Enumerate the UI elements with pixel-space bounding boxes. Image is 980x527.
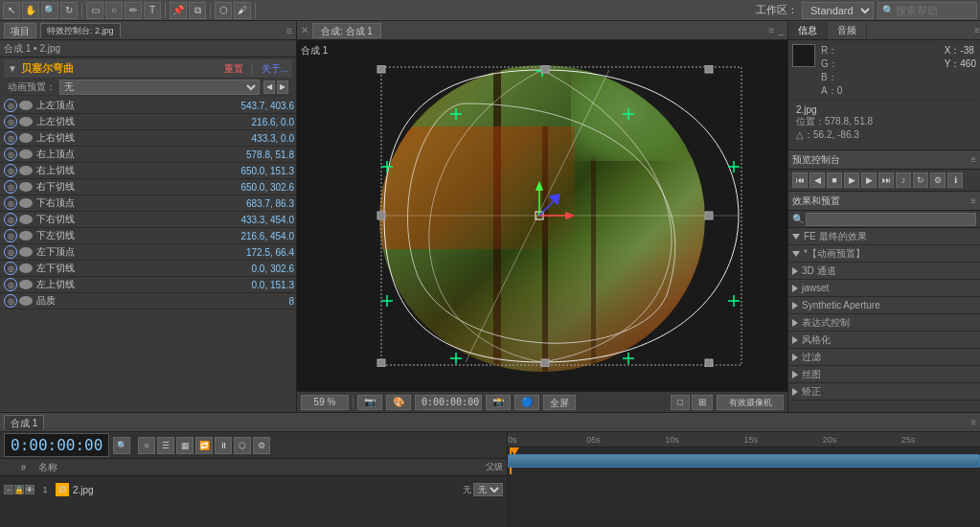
prop-stopwatch-icon[interactable]: ◎ — [4, 164, 17, 177]
panel-menu-icon[interactable]: ≡ — [286, 25, 292, 36]
camera-select-btn[interactable]: 有效摄像机 — [717, 395, 784, 410]
prop-eye-icon[interactable] — [19, 280, 33, 289]
time-display-footer[interactable]: 0:00:00:00 — [415, 395, 482, 410]
toolbar-ellipse-icon[interactable]: ○ — [105, 2, 123, 19]
property-row[interactable]: ◎ 左下顶点 172.5, 66.4 — [0, 244, 296, 261]
toolbar-zoom-icon[interactable]: 🔍 — [41, 2, 58, 19]
zoom-select[interactable]: 59 % — [301, 395, 349, 410]
preview-menu-btn[interactable]: ≡ — [970, 154, 976, 165]
effect-item[interactable]: 过滤 — [788, 349, 980, 366]
prop-stopwatch-icon[interactable]: ◎ — [4, 213, 17, 226]
anim-preset-select[interactable]: 无 — [59, 80, 260, 95]
prop-stopwatch-icon[interactable]: ◎ — [4, 131, 17, 145]
prop-stopwatch-icon[interactable]: ◎ — [4, 99, 17, 112]
track-vis-btn[interactable]: 👁 — [25, 485, 34, 494]
bezier-about-btn[interactable]: 关于... — [262, 62, 288, 76]
effect-item[interactable]: *【动画预置】 — [788, 245, 980, 263]
tab-audio[interactable]: 音频 — [828, 22, 867, 39]
toolbar-rect-icon[interactable]: ▭ — [86, 2, 103, 19]
effect-item[interactable]: 表达式控制 — [788, 314, 980, 332]
effects-menu-btn[interactable]: ≡ — [970, 195, 976, 206]
view-btn[interactable]: □ — [671, 395, 690, 410]
property-row[interactable]: ◎ 左下切线 0.0, 302.6 — [0, 261, 296, 277]
bezier-reset-btn[interactable]: 重置 — [224, 62, 243, 76]
toolbar-roto-icon[interactable]: ⬡ — [215, 2, 232, 19]
anim-next-btn[interactable]: ▶ — [277, 80, 288, 94]
preview-back-frame-btn[interactable]: ◀ — [809, 172, 825, 188]
toolbar-pin-icon[interactable]: 📌 — [170, 2, 187, 19]
prop-eye-icon[interactable] — [19, 117, 33, 126]
prop-eye-icon[interactable] — [19, 198, 33, 208]
preview-settings-btn[interactable]: ⚙ — [930, 172, 946, 188]
search-box[interactable]: 🔍 — [877, 2, 977, 19]
prop-stopwatch-icon[interactable]: ◎ — [4, 148, 17, 161]
comp-menu-icon[interactable]: ≡ — [769, 25, 775, 35]
preview-loop-btn[interactable]: ↻ — [913, 172, 928, 188]
tl-btn5[interactable]: ⏸ — [215, 437, 232, 454]
prop-eye-icon[interactable] — [19, 231, 33, 241]
tl-btn2[interactable]: ☰ — [157, 437, 174, 454]
toolbar-clone-icon[interactable]: ⧉ — [189, 2, 206, 19]
prop-eye-icon[interactable] — [19, 101, 33, 110]
prop-stopwatch-icon[interactable]: ◎ — [4, 196, 17, 210]
prop-stopwatch-icon[interactable]: ◎ — [4, 180, 17, 194]
track-lock-btn[interactable]: 🔒 — [14, 485, 24, 494]
prop-eye-icon[interactable] — [19, 247, 33, 257]
search-input[interactable] — [896, 5, 972, 16]
effect-item[interactable]: FE 最终的效果 — [788, 228, 980, 245]
info-menu-btn[interactable]: ≡ — [974, 25, 980, 35]
grid-btn[interactable]: ⊞ — [692, 395, 713, 410]
timeline-tab[interactable]: 合成 1 — [4, 415, 44, 430]
toolbar-hand-icon[interactable]: ✋ — [22, 2, 39, 19]
timeline-menu-icon[interactable]: ≡ — [970, 417, 976, 427]
property-row[interactable]: ◎ 下右切线 433.3, 454.0 — [0, 212, 296, 228]
prop-eye-icon[interactable] — [19, 215, 33, 224]
prop-eye-icon[interactable] — [19, 166, 33, 175]
effects-search-input[interactable] — [806, 213, 976, 226]
tab-info[interactable]: 信息 — [788, 22, 828, 39]
toolbar-arrow-icon[interactable]: ↖ — [3, 2, 20, 19]
property-row[interactable]: ◎ 上左切线 216.6, 0.0 — [0, 114, 296, 130]
preview-audio-btn[interactable]: ♪ — [896, 172, 911, 188]
toolbar-pen-icon[interactable]: ✏ — [125, 2, 142, 19]
prop-stopwatch-icon[interactable]: ◎ — [4, 245, 17, 259]
tab-effects-control[interactable]: 特效控制台: 2.jpg — [40, 23, 121, 38]
toolbar-rotate-icon[interactable]: ↻ — [60, 2, 78, 19]
preview-fwd-frame-btn[interactable]: ▶ — [861, 172, 877, 188]
anim-prev-btn[interactable]: ◀ — [263, 80, 275, 94]
comp-tab[interactable]: 合成: 合成 1 — [312, 23, 381, 38]
prop-stopwatch-icon[interactable]: ◎ — [4, 115, 17, 128]
preview-info-btn[interactable]: ℹ — [947, 172, 963, 188]
tl-btn7[interactable]: ⚙ — [253, 437, 270, 454]
property-row[interactable]: ◎ 上右切线 433.3, 0.0 — [0, 130, 296, 147]
bezier-expand-icon[interactable]: ▼ — [8, 63, 17, 74]
track-parent-select[interactable]: 无 — [473, 483, 503, 496]
prop-eye-icon[interactable] — [19, 264, 33, 273]
prop-eye-icon[interactable] — [19, 149, 33, 159]
tl-btn3[interactable]: ▦ — [176, 437, 194, 454]
property-row[interactable]: ◎ 下左切线 216.6, 454.0 — [0, 228, 296, 244]
tl-btn1[interactable]: ≈ — [138, 437, 155, 454]
prop-eye-icon[interactable] — [19, 133, 33, 143]
tl-btn6[interactable]: ⬡ — [234, 437, 251, 454]
preview-start-btn[interactable]: ⏮ — [792, 172, 808, 188]
prop-stopwatch-icon[interactable]: ◎ — [4, 229, 17, 242]
property-row[interactable]: ◎ 上左顶点 543.7, 403.6 — [0, 98, 296, 114]
snapshot-btn[interactable]: 📷 — [357, 395, 382, 410]
property-row[interactable]: ◎ 左上切线 0.0, 151.3 — [0, 277, 296, 293]
camera-snapshot-btn[interactable]: 📸 — [486, 395, 511, 410]
preview-play-btn[interactable]: ▶ — [844, 172, 859, 188]
effect-item[interactable]: 矫正 — [788, 383, 980, 401]
preview-end-btn[interactable]: ⏭ — [878, 172, 894, 188]
property-row[interactable]: ◎ 下右顶点 683.7, 86.3 — [0, 195, 296, 212]
property-row[interactable]: ◎ 右下切线 650.0, 302.6 — [0, 179, 296, 195]
effect-item[interactable]: 3D 通道 — [788, 263, 980, 280]
property-row[interactable]: ◎ 右上切线 650.0, 151.3 — [0, 163, 296, 179]
color-btn[interactable]: 🎨 — [386, 395, 411, 410]
tl-search-icon[interactable]: 🔍 — [113, 437, 130, 454]
toolbar-text-icon[interactable]: T — [144, 2, 161, 19]
effect-item[interactable]: Synthetic Aperture — [788, 297, 980, 314]
timeline-bar[interactable] — [508, 454, 980, 468]
toolbar-paint-icon[interactable]: 🖌 — [234, 2, 251, 19]
comp-close-icon[interactable]: ✕ — [301, 25, 308, 35]
